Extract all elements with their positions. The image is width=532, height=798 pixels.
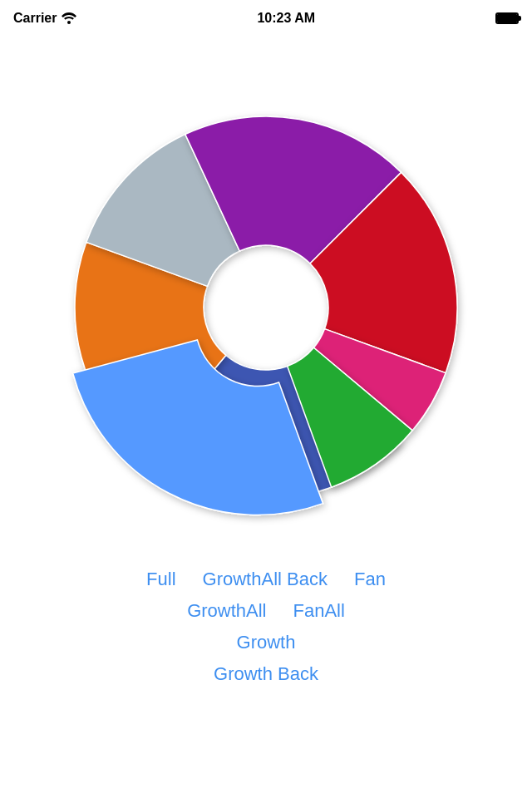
- btn-row-1: Full GrowthAll Back Fan: [0, 565, 532, 594]
- btn-row-4: Growth Back: [0, 660, 532, 688]
- battery-fill: [497, 14, 517, 22]
- btn-row-3: Growth: [0, 628, 532, 657]
- btn-row-2: GrowthAll FanAll: [0, 597, 532, 625]
- time-display: 10:23 AM: [257, 11, 315, 26]
- carrier-label: Carrier: [13, 11, 57, 26]
- svg-point-0: [67, 21, 71, 24]
- growthall-button[interactable]: GrowthAll: [174, 597, 279, 625]
- fan-button[interactable]: Fan: [341, 565, 399, 594]
- donut-chart[interactable]: [25, 66, 507, 549]
- wifi-icon: [62, 12, 76, 24]
- fanall-button[interactable]: FanAll: [280, 597, 358, 625]
- chart-segment-lightblue[interactable]: [73, 340, 323, 515]
- growth-back-button[interactable]: Growth Back: [200, 660, 332, 688]
- battery-area: [495, 12, 519, 24]
- carrier-info: Carrier: [13, 11, 76, 26]
- battery-icon: [495, 12, 519, 24]
- growthall-back-button[interactable]: GrowthAll Back: [190, 565, 341, 594]
- full-button[interactable]: Full: [133, 565, 189, 594]
- growth-button[interactable]: Growth: [224, 628, 309, 657]
- status-bar: Carrier 10:23 AM: [0, 0, 532, 33]
- chart-container: [0, 33, 532, 582]
- buttons-area: Full GrowthAll Back Fan GrowthAll FanAll…: [0, 565, 532, 798]
